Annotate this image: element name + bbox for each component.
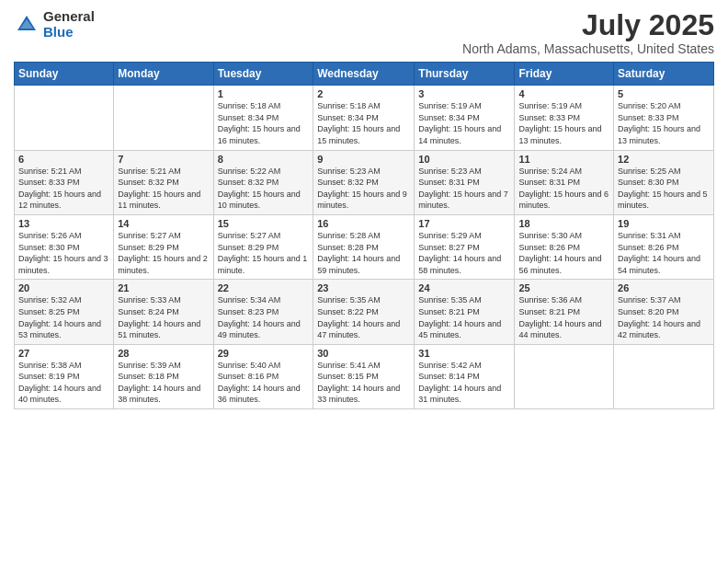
day-cell: 13Sunrise: 5:26 AM Sunset: 8:30 PM Dayli… bbox=[15, 214, 114, 279]
page: General Blue July 2025 North Adams, Mass… bbox=[0, 0, 728, 563]
day-info: Sunrise: 5:30 AM Sunset: 8:26 PM Dayligh… bbox=[518, 230, 609, 276]
subtitle: North Adams, Massachusetts, United State… bbox=[462, 41, 714, 56]
title-block: July 2025 North Adams, Massachusetts, Un… bbox=[462, 9, 714, 56]
day-cell: 19Sunrise: 5:31 AM Sunset: 8:26 PM Dayli… bbox=[614, 214, 714, 279]
day-info: Sunrise: 5:29 AM Sunset: 8:27 PM Dayligh… bbox=[418, 230, 510, 276]
day-info: Sunrise: 5:36 AM Sunset: 8:21 PM Dayligh… bbox=[518, 294, 609, 340]
day-info: Sunrise: 5:41 AM Sunset: 8:15 PM Dayligh… bbox=[317, 360, 410, 406]
week-row-4: 20Sunrise: 5:32 AM Sunset: 8:25 PM Dayli… bbox=[15, 280, 714, 344]
day-info: Sunrise: 5:34 AM Sunset: 8:23 PM Dayligh… bbox=[218, 294, 310, 340]
day-info: Sunrise: 5:18 AM Sunset: 8:34 PM Dayligh… bbox=[317, 100, 410, 146]
header: General Blue July 2025 North Adams, Mass… bbox=[14, 9, 714, 56]
day-info: Sunrise: 5:22 AM Sunset: 8:32 PM Dayligh… bbox=[218, 166, 310, 212]
day-number: 15 bbox=[218, 218, 310, 229]
day-info: Sunrise: 5:26 AM Sunset: 8:30 PM Dayligh… bbox=[18, 230, 109, 276]
day-cell: 24Sunrise: 5:35 AM Sunset: 8:21 PM Dayli… bbox=[415, 280, 515, 344]
day-number: 30 bbox=[317, 348, 410, 359]
day-cell: 2Sunrise: 5:18 AM Sunset: 8:34 PM Daylig… bbox=[313, 86, 415, 150]
day-info: Sunrise: 5:20 AM Sunset: 8:33 PM Dayligh… bbox=[618, 100, 710, 146]
col-thursday: Thursday bbox=[415, 63, 515, 86]
header-row: Sunday Monday Tuesday Wednesday Thursday… bbox=[15, 63, 714, 86]
day-number: 11 bbox=[518, 154, 609, 165]
day-number: 5 bbox=[618, 88, 710, 99]
logo-blue-text: Blue bbox=[43, 25, 95, 40]
day-number: 10 bbox=[418, 154, 510, 165]
day-number: 16 bbox=[317, 218, 410, 229]
day-number: 1 bbox=[218, 88, 310, 99]
day-cell: 21Sunrise: 5:33 AM Sunset: 8:24 PM Dayli… bbox=[114, 280, 213, 344]
calendar-body: 1Sunrise: 5:18 AM Sunset: 8:34 PM Daylig… bbox=[15, 86, 714, 409]
col-friday: Friday bbox=[515, 63, 614, 86]
logo-text: General Blue bbox=[43, 9, 95, 40]
day-info: Sunrise: 5:21 AM Sunset: 8:32 PM Dayligh… bbox=[118, 166, 209, 212]
day-cell: 16Sunrise: 5:28 AM Sunset: 8:28 PM Dayli… bbox=[313, 214, 415, 279]
day-info: Sunrise: 5:24 AM Sunset: 8:31 PM Dayligh… bbox=[518, 166, 609, 212]
day-cell: 8Sunrise: 5:22 AM Sunset: 8:32 PM Daylig… bbox=[213, 150, 313, 214]
day-info: Sunrise: 5:35 AM Sunset: 8:21 PM Dayligh… bbox=[418, 294, 510, 340]
day-cell: 5Sunrise: 5:20 AM Sunset: 8:33 PM Daylig… bbox=[614, 86, 714, 150]
day-number: 14 bbox=[118, 218, 209, 229]
day-number: 13 bbox=[18, 218, 109, 229]
day-cell bbox=[614, 344, 714, 408]
day-number: 26 bbox=[618, 282, 710, 293]
day-number: 28 bbox=[118, 348, 209, 359]
day-cell: 12Sunrise: 5:25 AM Sunset: 8:30 PM Dayli… bbox=[614, 150, 714, 214]
day-number: 7 bbox=[118, 154, 209, 165]
day-cell: 15Sunrise: 5:27 AM Sunset: 8:29 PM Dayli… bbox=[213, 214, 313, 279]
calendar-header: Sunday Monday Tuesday Wednesday Thursday… bbox=[15, 63, 714, 86]
day-cell bbox=[15, 86, 114, 150]
day-number: 19 bbox=[618, 218, 710, 229]
day-cell: 14Sunrise: 5:27 AM Sunset: 8:29 PM Dayli… bbox=[114, 214, 213, 279]
main-title: July 2025 bbox=[462, 9, 714, 41]
col-wednesday: Wednesday bbox=[313, 63, 415, 86]
day-cell: 29Sunrise: 5:40 AM Sunset: 8:16 PM Dayli… bbox=[213, 344, 313, 408]
day-number: 27 bbox=[18, 348, 109, 359]
day-info: Sunrise: 5:21 AM Sunset: 8:33 PM Dayligh… bbox=[18, 166, 109, 212]
day-info: Sunrise: 5:23 AM Sunset: 8:32 PM Dayligh… bbox=[317, 166, 410, 212]
logo-icon bbox=[14, 12, 40, 38]
day-info: Sunrise: 5:28 AM Sunset: 8:28 PM Dayligh… bbox=[317, 230, 410, 276]
day-info: Sunrise: 5:39 AM Sunset: 8:18 PM Dayligh… bbox=[118, 360, 209, 406]
day-cell bbox=[114, 86, 213, 150]
day-number: 29 bbox=[218, 348, 310, 359]
day-number: 9 bbox=[317, 154, 410, 165]
day-cell: 7Sunrise: 5:21 AM Sunset: 8:32 PM Daylig… bbox=[114, 150, 213, 214]
day-cell: 26Sunrise: 5:37 AM Sunset: 8:20 PM Dayli… bbox=[614, 280, 714, 344]
day-cell: 10Sunrise: 5:23 AM Sunset: 8:31 PM Dayli… bbox=[415, 150, 515, 214]
day-number: 6 bbox=[18, 154, 109, 165]
day-cell: 30Sunrise: 5:41 AM Sunset: 8:15 PM Dayli… bbox=[313, 344, 415, 408]
day-info: Sunrise: 5:31 AM Sunset: 8:26 PM Dayligh… bbox=[618, 230, 710, 276]
day-info: Sunrise: 5:38 AM Sunset: 8:19 PM Dayligh… bbox=[18, 360, 109, 406]
logo-general-text: General bbox=[43, 9, 95, 25]
col-tuesday: Tuesday bbox=[213, 63, 313, 86]
col-sunday: Sunday bbox=[15, 63, 114, 86]
day-number: 18 bbox=[518, 218, 609, 229]
day-number: 31 bbox=[418, 348, 510, 359]
col-saturday: Saturday bbox=[614, 63, 714, 86]
week-row-1: 1Sunrise: 5:18 AM Sunset: 8:34 PM Daylig… bbox=[15, 86, 714, 150]
day-cell: 28Sunrise: 5:39 AM Sunset: 8:18 PM Dayli… bbox=[114, 344, 213, 408]
week-row-3: 13Sunrise: 5:26 AM Sunset: 8:30 PM Dayli… bbox=[15, 214, 714, 279]
day-number: 23 bbox=[317, 282, 410, 293]
day-info: Sunrise: 5:35 AM Sunset: 8:22 PM Dayligh… bbox=[317, 294, 410, 340]
day-info: Sunrise: 5:27 AM Sunset: 8:29 PM Dayligh… bbox=[218, 230, 310, 276]
day-cell: 20Sunrise: 5:32 AM Sunset: 8:25 PM Dayli… bbox=[15, 280, 114, 344]
day-cell bbox=[515, 344, 614, 408]
day-number: 17 bbox=[418, 218, 510, 229]
day-info: Sunrise: 5:27 AM Sunset: 8:29 PM Dayligh… bbox=[118, 230, 209, 276]
day-info: Sunrise: 5:32 AM Sunset: 8:25 PM Dayligh… bbox=[18, 294, 109, 340]
day-info: Sunrise: 5:23 AM Sunset: 8:31 PM Dayligh… bbox=[418, 166, 510, 212]
day-info: Sunrise: 5:18 AM Sunset: 8:34 PM Dayligh… bbox=[218, 100, 310, 146]
day-cell: 6Sunrise: 5:21 AM Sunset: 8:33 PM Daylig… bbox=[15, 150, 114, 214]
day-cell: 23Sunrise: 5:35 AM Sunset: 8:22 PM Dayli… bbox=[313, 280, 415, 344]
day-number: 25 bbox=[518, 282, 609, 293]
day-cell: 17Sunrise: 5:29 AM Sunset: 8:27 PM Dayli… bbox=[415, 214, 515, 279]
day-cell: 1Sunrise: 5:18 AM Sunset: 8:34 PM Daylig… bbox=[213, 86, 313, 150]
week-row-2: 6Sunrise: 5:21 AM Sunset: 8:33 PM Daylig… bbox=[15, 150, 714, 214]
day-number: 4 bbox=[518, 88, 609, 99]
week-row-5: 27Sunrise: 5:38 AM Sunset: 8:19 PM Dayli… bbox=[15, 344, 714, 408]
day-number: 2 bbox=[317, 88, 410, 99]
day-number: 20 bbox=[18, 282, 109, 293]
day-cell: 18Sunrise: 5:30 AM Sunset: 8:26 PM Dayli… bbox=[515, 214, 614, 279]
day-cell: 9Sunrise: 5:23 AM Sunset: 8:32 PM Daylig… bbox=[313, 150, 415, 214]
